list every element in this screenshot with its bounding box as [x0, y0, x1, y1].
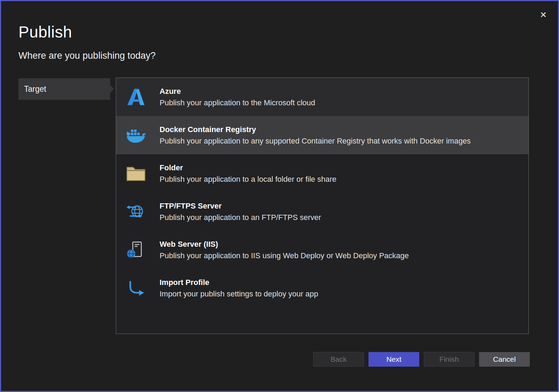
- cancel-button[interactable]: Cancel: [479, 352, 530, 367]
- close-icon[interactable]: ✕: [537, 9, 550, 21]
- back-button: Back: [313, 352, 364, 367]
- server-globe-icon: [126, 240, 146, 260]
- target-description: Publish your application to a local fold…: [160, 175, 337, 184]
- target-title: Azure: [160, 87, 315, 96]
- docker-icon: [126, 125, 146, 145]
- finish-button: Finish: [424, 352, 475, 367]
- target-row-folder[interactable]: Folder Publish your application to a loc…: [116, 154, 528, 193]
- azure-icon: [126, 87, 146, 107]
- publish-dialog: ✕ Publish Where are you publishing today…: [0, 0, 559, 392]
- target-row-azure[interactable]: Azure Publish your application to the Mi…: [116, 78, 528, 116]
- globe-transfer-icon: [126, 202, 146, 222]
- target-title: FTP/FTPS Server: [160, 202, 321, 211]
- target-row-import[interactable]: Import Profile Import your publish setti…: [116, 269, 528, 307]
- target-description: Publish your application to the Microsof…: [160, 98, 315, 107]
- target-description: Import your publish settings to deploy y…: [160, 289, 318, 299]
- sidebar-item-label: Target: [24, 84, 46, 94]
- page-subtitle: Where are you publishing today?: [18, 50, 156, 61]
- target-row-iis[interactable]: Web Server (IIS) Publish your applicatio…: [116, 231, 528, 269]
- target-title: Web Server (IIS): [160, 240, 409, 249]
- dialog-footer: Back Next Finish Cancel: [313, 352, 530, 367]
- next-button[interactable]: Next: [368, 352, 419, 367]
- publish-target-list: Azure Publish your application to the Mi…: [116, 77, 529, 334]
- folder-icon: [126, 163, 146, 183]
- target-title: Folder: [160, 163, 337, 172]
- target-description: Publish your application to IIS using We…: [160, 251, 409, 260]
- target-title: Docker Container Registry: [160, 125, 471, 134]
- target-description: Publish your application to an FTP/FTPS …: [160, 213, 321, 222]
- target-row-ftp[interactable]: FTP/FTPS Server Publish your application…: [116, 193, 528, 231]
- target-title: Import Profile: [160, 278, 318, 287]
- target-row-docker[interactable]: Docker Container Registry Publish your a…: [116, 116, 528, 154]
- sidebar-item-target[interactable]: Target: [18, 78, 110, 100]
- page-title: Publish: [18, 23, 72, 41]
- import-arrow-icon: [126, 278, 146, 298]
- target-description: Publish your application to any supporte…: [160, 137, 471, 146]
